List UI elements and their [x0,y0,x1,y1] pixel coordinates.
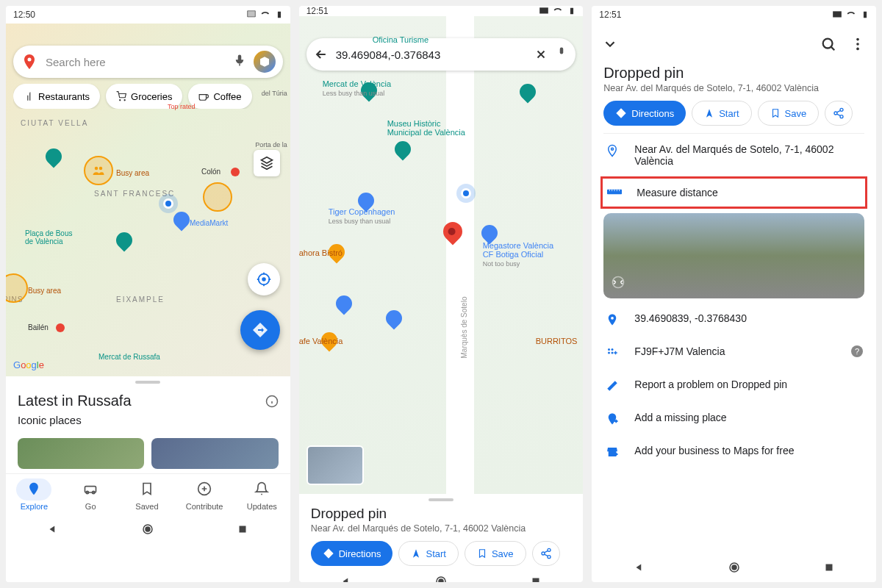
search-bar[interactable] [306,38,576,71]
drag-handle[interactable] [135,381,160,384]
directions-button[interactable]: Directions [311,541,393,566]
poi-pin[interactable] [382,306,405,329]
page-title: Dropped pin [603,65,864,82]
directions-fab[interactable] [240,310,280,350]
svg-point-35 [608,352,610,354]
busy-label: Busy area [28,287,61,295]
address-text: Near Av. del Marqués de Sotelo, 7-1, 460… [311,523,572,534]
poi-pin[interactable] [391,137,414,160]
status-icons [246,10,283,20]
plus-code-icon [605,346,620,359]
save-button[interactable]: Save [758,101,820,126]
svg-point-36 [612,352,614,354]
status-bar: 12:51 [592,6,876,24]
rotate-icon [611,275,625,293]
poi-pin[interactable] [112,229,135,251]
poi-label: del Túria [262,90,287,97]
nav-go[interactable]: Go [73,478,108,511]
recents-icon[interactable] [822,561,836,574]
layers-button[interactable] [254,150,280,176]
action-row: Directions Start Save [603,101,864,134]
back-arrow-icon[interactable] [314,47,329,62]
search-input[interactable] [46,56,226,68]
poi-label: BURRITOS [536,337,578,345]
svg-point-4 [99,167,103,171]
more-icon[interactable] [850,36,866,52]
recents-icon[interactable] [236,523,249,536]
home-icon[interactable] [141,523,154,536]
save-button[interactable]: Save [465,541,526,566]
chip-coffee[interactable]: Coffee [188,84,251,109]
place-card[interactable] [151,438,278,469]
add-business-row[interactable]: Add your business to Maps for free [603,435,864,468]
svg-rect-22 [833,11,842,17]
add-place-row[interactable]: Add a missing place [603,402,864,435]
report-row[interactable]: Report a problem on Dropped pin [603,369,864,402]
locate-button[interactable] [248,263,280,295]
help-icon[interactable]: ? [851,345,863,357]
place-thumbnails[interactable] [6,434,290,473]
search-input[interactable] [336,49,528,61]
mic-icon[interactable] [233,54,246,70]
share-button[interactable] [825,101,853,126]
svg-point-38 [732,565,736,570]
nav-explore[interactable]: Explore [16,478,51,511]
poi-label: Plaça de Bous de València [25,229,73,245]
system-nav [299,575,584,582]
start-button[interactable]: Start [398,541,458,566]
action-row: Directions Start Save [311,541,572,566]
svg-point-24 [856,38,859,41]
category-chips: Restaurants Groceries Coffee [13,84,290,109]
google-logo: Google [13,359,44,370]
info-icon[interactable] [265,395,279,408]
start-button[interactable]: Start [692,101,751,126]
district-label: SANT FRANCESC [94,190,175,198]
busy-area-icon[interactable] [84,156,113,185]
close-icon[interactable] [534,48,548,61]
status-bar: 12:50 [6,6,290,24]
directions-button[interactable]: Directions [603,101,686,126]
plus-code-row[interactable]: FJ9F+J7M Valencia ? [603,336,864,369]
avatar[interactable] [254,51,276,73]
nav-updates[interactable]: Updates [244,478,279,511]
home-icon[interactable] [434,575,448,582]
svg-rect-14 [240,526,246,533]
address-row[interactable]: Near Av. del Marqués de Sotelo, 7-1, 460… [603,134,864,176]
section-heading: Iconic places [18,414,279,426]
district-label: CIUTAT VELLA [21,119,88,127]
mic-icon[interactable] [555,46,568,62]
poi-label: Tiger CopenhagenLess busy than usual [329,207,395,225]
search-icon[interactable] [820,36,836,52]
streetview-preview[interactable] [603,213,864,298]
nav-saved[interactable]: Saved [129,478,165,511]
chip-restaurants[interactable]: Restaurants [13,84,100,109]
collapse-icon[interactable] [602,36,618,52]
svg-point-32 [611,317,614,320]
metro-icon [56,323,65,332]
poi-pin[interactable] [332,292,355,315]
poi-label: Megastore València CF Botiga OficialNot … [483,241,553,268]
back-icon[interactable] [340,575,353,582]
poi-label: Museu Històric Municipal de València [387,119,465,137]
place-card[interactable] [18,438,144,469]
share-button[interactable] [532,541,560,566]
back-icon[interactable] [46,523,60,536]
streetview-thumbnail[interactable] [306,445,364,485]
back-icon[interactable] [633,561,646,574]
nav-contribute[interactable]: Contribute [186,478,223,511]
search-bar[interactable] [13,46,283,78]
status-icons [832,10,869,20]
address-text: Near Av. del Marqués de Sotelo, 7-1, 460… [603,83,864,93]
svg-point-26 [856,48,859,51]
maps-logo-icon [21,53,38,71]
poi-pin[interactable] [42,145,65,168]
coords-row[interactable]: 39.4690839, -0.3768430 [603,303,864,336]
svg-point-25 [856,43,859,46]
measure-distance-row[interactable]: Measure distance [600,176,867,209]
drag-handle[interactable] [429,498,453,501]
home-icon[interactable] [728,561,741,574]
busy-area-icon[interactable] [203,182,232,212]
poi-pin[interactable] [516,80,539,103]
busy-area-icon[interactable] [6,273,28,303]
recents-icon[interactable] [529,575,542,582]
